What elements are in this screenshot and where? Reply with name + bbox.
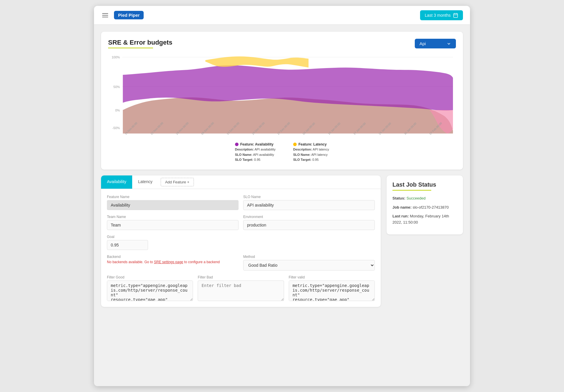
feature-panel: Availability Latency Add Feature + Featu… — [101, 175, 381, 307]
add-feature-button[interactable]: Add Feature + — [161, 178, 194, 186]
main-content: SRE & Error budgets Api 100% 50% 0% — [94, 25, 470, 314]
tab-availability[interactable]: Availability — [101, 175, 132, 189]
legend-availability-details: Description: API availability SLO Name: … — [235, 147, 276, 163]
job-status-card: Last Job Status Status: Succeeded Job na… — [387, 175, 463, 234]
goal-label: Goal — [107, 235, 239, 239]
method-select[interactable]: Good Bad Ratio Windows Based Request Bas… — [243, 260, 375, 271]
method-group: Method Good Bad Ratio Windows Based Requ… — [243, 255, 375, 271]
legend-availability: Feature: Availability Description: API a… — [235, 142, 276, 163]
chart-title-block: SRE & Error budgets — [108, 39, 172, 48]
app-header: Pied Piper Last 3 months — [94, 6, 470, 25]
filter-bad-textarea[interactable] — [198, 281, 284, 301]
team-name-input[interactable] — [107, 220, 239, 230]
sre-settings-link[interactable]: SRE settings page — [154, 260, 183, 264]
feature-tabs: Availability Latency Add Feature + — [101, 175, 381, 189]
backend-group: Backend No backends available. Go to SRE… — [107, 255, 239, 271]
backend-section: Backend No backends available. Go to SRE… — [107, 255, 375, 271]
team-name-label: Team Name — [107, 215, 239, 219]
date-range-label: Last 3 months — [425, 13, 451, 18]
legend-latency-feature: Feature: Latency — [298, 142, 327, 146]
filter-good-label: Filter Good — [107, 275, 193, 279]
slo-name-label: SLO Name — [243, 195, 375, 199]
api-dropdown-button[interactable]: Api — [415, 39, 456, 48]
job-title-underline — [392, 190, 431, 191]
job-status-status: Status: Succeeded — [392, 195, 457, 202]
environment-group: Environment — [243, 215, 375, 230]
backend-error-message: No backends available. Go to SRE setting… — [107, 260, 239, 264]
svg-text:0%: 0% — [115, 109, 120, 112]
feature-form: Feature Name SLO Name Team Name — [101, 189, 381, 307]
chart-title-underline — [108, 48, 153, 48]
latency-dot — [293, 143, 297, 146]
chart-legend: Feature: Availability Description: API a… — [108, 142, 456, 163]
goal-input[interactable] — [107, 240, 148, 250]
job-status-title: Last Job Status — [392, 181, 457, 188]
sre-chart-svg: 100% 50% 0% -50% — [108, 54, 456, 136]
legend-latency: Feature: Latency Description: API latenc… — [293, 142, 329, 163]
job-status-job-name: Job name: slo-of2170-27413870 — [392, 205, 457, 211]
job-status-last-run: Last run: Monday, February 14th 2022, 11… — [392, 213, 457, 226]
backend-error-suffix: to configure a backend — [183, 260, 220, 264]
api-dropdown-label: Api — [419, 41, 426, 46]
job-status-value: Succeeded — [407, 196, 426, 200]
filter-good-group: Filter Good metric.type="appengine.googl… — [107, 275, 193, 301]
filter-row: Filter Good metric.type="appengine.googl… — [107, 275, 375, 301]
filter-valid-textarea[interactable]: metric.type="appengine.googleapis.com/ht… — [289, 281, 375, 301]
filter-bad-label: Filter Bad — [198, 275, 284, 279]
chevron-down-icon — [446, 41, 451, 46]
filter-valid-label: Filter valid — [289, 275, 375, 279]
chart-header: SRE & Error budgets Api — [108, 39, 456, 48]
svg-text:100%: 100% — [112, 55, 120, 59]
feature-name-group: Feature Name — [107, 195, 239, 210]
backend-error-text: No backends available. Go to — [107, 260, 154, 264]
availability-dot — [235, 143, 239, 146]
team-name-group: Team Name — [107, 215, 239, 230]
legend-availability-feature: Feature: Availability — [240, 142, 273, 146]
brand-badge[interactable]: Pied Piper — [114, 11, 144, 19]
environment-label: Environment — [243, 215, 375, 219]
calendar-icon — [453, 13, 458, 18]
svg-rect-0 — [454, 13, 458, 18]
goal-group: Goal — [107, 235, 239, 250]
filter-bad-group: Filter Bad — [198, 275, 284, 301]
legend-latency-details: Description: API latency SLO Name: API l… — [293, 147, 329, 163]
chart-title: SRE & Error budgets — [108, 39, 172, 46]
environment-input[interactable] — [243, 220, 375, 230]
filter-valid-group: Filter valid metric.type="appengine.goog… — [289, 275, 375, 301]
filter-good-textarea[interactable]: metric.type="appengine.googleapis.com/ht… — [107, 281, 193, 301]
svg-text:-50%: -50% — [112, 126, 120, 130]
slo-name-input[interactable] — [243, 200, 375, 210]
method-label: Method — [243, 255, 375, 259]
header-left: Pied Piper — [101, 11, 144, 19]
backend-label: Backend — [107, 255, 239, 259]
hamburger-icon[interactable] — [101, 12, 109, 18]
date-range-button[interactable]: Last 3 months — [420, 10, 463, 20]
svg-text:50%: 50% — [113, 85, 120, 89]
tab-latency[interactable]: Latency — [132, 175, 158, 189]
bottom-section: Availability Latency Add Feature + Featu… — [101, 175, 463, 307]
feature-name-input[interactable] — [107, 200, 239, 210]
slo-name-group: SLO Name — [243, 195, 375, 210]
feature-name-label: Feature Name — [107, 195, 239, 199]
job-name-value: slo-of2170-27413870 — [413, 205, 449, 209]
chart-area: 100% 50% 0% -50% — [108, 54, 456, 136]
chart-card: SRE & Error budgets Api 100% 50% 0% — [101, 32, 463, 170]
